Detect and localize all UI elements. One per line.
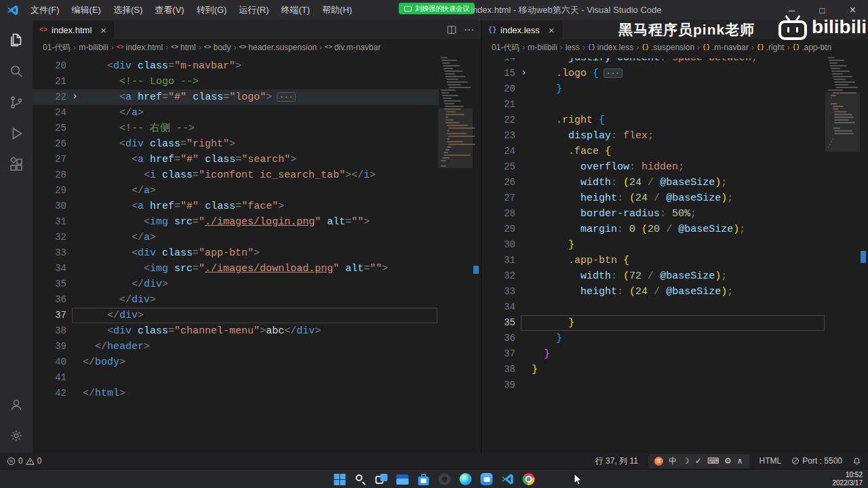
code-line[interactable]: 26 width: (24 / @baseSize);	[481, 175, 826, 190]
code-line[interactable]: 40</body>	[33, 354, 439, 370]
fold-chevron-icon[interactable]: ›	[72, 89, 78, 104]
activity-source-control-icon[interactable]	[0, 87, 33, 118]
code-line[interactable]: 33 height: (24 / @baseSize);	[481, 284, 826, 300]
code-line[interactable]: 25 overflow: hidden;	[481, 159, 826, 175]
menu-item[interactable]: 运行(R)	[233, 0, 275, 20]
code-line[interactable]: 39	[481, 378, 826, 393]
code-line[interactable]: 37 </div>	[33, 308, 439, 323]
ime-keyboard-icon[interactable]: ⌨	[707, 456, 719, 466]
menu-item[interactable]: 查看(V)	[149, 0, 190, 20]
breadcrumb-item[interactable]: m-bilibili	[528, 43, 557, 52]
tab-close-icon[interactable]: ×	[549, 24, 555, 36]
ime-settings-icon[interactable]: ⚙	[724, 456, 732, 466]
tab-close-icon[interactable]: ×	[100, 24, 106, 36]
code-line[interactable]: 23 display: flex;	[481, 128, 826, 144]
menu-item[interactable]: 编辑(E)	[66, 0, 107, 20]
code-line[interactable]: 21 <!-- Logo -->	[33, 74, 439, 89]
taskbar-edge-icon[interactable]	[458, 472, 473, 487]
menu-item[interactable]: 终端(T)	[275, 0, 316, 20]
ime-toolbar[interactable]: S 中 ☽ ✓ ⌨ ⚙ ∧	[648, 454, 749, 468]
code-line[interactable]: 28 <i class="iconfont ic_search_tab"></i…	[33, 167, 439, 183]
code-line[interactable]: 32 width: (72 / @baseSize);	[481, 268, 826, 284]
ime-punctuation-icon[interactable]: ✓	[695, 456, 702, 466]
code-line[interactable]: 39 </header>	[33, 339, 439, 354]
minimap[interactable]	[827, 57, 859, 453]
folded-code-badge[interactable]: ···	[277, 92, 296, 102]
code-line[interactable]: 32 </a>	[33, 230, 439, 245]
code-line[interactable]: 29 margin: 0 (20 / @baseSize);	[481, 222, 826, 237]
breadcrumb-item[interactable]: <>div.m-navbar	[325, 43, 380, 52]
taskbar-task-view-icon[interactable]	[374, 472, 389, 487]
code-line[interactable]: 31 <img src="./images/login.png" alt="">	[33, 214, 439, 230]
minimap[interactable]	[439, 57, 471, 453]
fold-chevron-icon[interactable]: ›	[521, 65, 527, 81]
menu-item[interactable]: 选择(S)	[107, 0, 149, 20]
code-line[interactable]: 30 }	[481, 237, 826, 253]
breadcrumb-item[interactable]: {}.right	[757, 43, 785, 52]
code-line[interactable]: 35 }	[481, 315, 826, 331]
minimap-slider[interactable]	[825, 92, 860, 152]
code-line[interactable]: 21	[481, 97, 826, 113]
activity-explorer-icon[interactable]	[0, 24, 33, 56]
code-line[interactable]: 34	[481, 300, 826, 315]
notifications-bell-icon[interactable]	[852, 457, 861, 466]
cursor-position[interactable]: 行 37, 列 11	[595, 455, 638, 467]
code-line[interactable]: 33 <div class="app-btn">	[33, 245, 439, 261]
menu-item[interactable]: 文件(F)	[24, 0, 66, 20]
ime-collapse-icon[interactable]: ∧	[737, 456, 743, 466]
breadcrumb-item[interactable]: {}.app-btn	[792, 43, 831, 52]
code-line[interactable]: 30 <a href="#" class="face">	[33, 199, 439, 214]
breadcrumb-item[interactable]: <>html	[171, 43, 195, 52]
code-line[interactable]: 36 }	[481, 331, 826, 346]
code-line[interactable]: 31 .app-btn {	[481, 253, 826, 268]
breadcrumb-item[interactable]: 01-代码	[43, 42, 71, 54]
code-line[interactable]: 29 </a>	[33, 183, 439, 199]
code-line[interactable]: 38}	[481, 362, 826, 378]
split-editor-icon[interactable]	[447, 25, 456, 35]
activity-search-icon[interactable]	[0, 56, 33, 87]
code-line[interactable]: 24 .face {	[481, 144, 826, 159]
code-line[interactable]: 27 height: (24 / @baseSize);	[481, 190, 826, 206]
breadcrumb-item[interactable]: {}.m-navbar	[703, 43, 749, 52]
taskbar-file-explorer-icon[interactable]	[395, 472, 410, 487]
breadcrumb-item[interactable]: <>body	[204, 43, 231, 52]
breadcrumb-item[interactable]: less	[566, 43, 580, 52]
code-line[interactable]: 35 </div>	[33, 277, 439, 292]
menu-item[interactable]: 转到(G)	[191, 0, 233, 20]
taskbar-windows-start-icon[interactable]	[332, 472, 347, 487]
tab-index-less[interactable]: {} index.less ×	[481, 20, 562, 39]
taskbar-chat-icon[interactable]	[479, 472, 494, 487]
ime-halfwidth-icon[interactable]: ☽	[682, 456, 690, 466]
taskbar-app-dark-icon[interactable]	[437, 472, 452, 487]
code-line[interactable]: 20 }	[481, 81, 826, 97]
breadcrumb-item[interactable]: {}index.less	[588, 43, 633, 52]
folded-code-badge[interactable]: ···	[604, 68, 623, 78]
breadcrumb-item[interactable]: m-bilibili	[79, 43, 108, 52]
meeting-share-badge[interactable]: 刘姨强的快速会议	[399, 3, 475, 14]
code-line[interactable]: 41	[33, 370, 439, 386]
code-line[interactable]: 27 <a href="#" class="search">	[33, 152, 439, 167]
breadcrumb-item[interactable]: <>header.suspension	[239, 43, 317, 52]
code-line[interactable]: 22 .right {	[481, 113, 826, 128]
code-line[interactable]: 36 </div>	[33, 292, 439, 308]
code-line[interactable]: 15› .logo {···	[481, 66, 826, 81]
menu-item[interactable]: 帮助(H)	[316, 0, 358, 20]
activity-settings-icon[interactable]	[0, 420, 33, 451]
breadcrumb-item[interactable]: 01-代码	[492, 42, 519, 54]
taskbar-store-icon[interactable]	[416, 472, 431, 487]
taskbar-clock[interactable]: 10:52 2022/3/17	[833, 471, 863, 487]
code-line[interactable]: 25 <!-- 右侧 -->	[33, 121, 439, 136]
code-line[interactable]: 20 <div class="m-navbar">	[33, 58, 439, 74]
breadcrumb-item[interactable]: <>index.html	[117, 43, 163, 52]
code-line[interactable]: 22› <a href="#" class="logo">···	[33, 89, 439, 105]
tab-index-html[interactable]: <> index.html ×	[33, 20, 114, 39]
taskbar-chrome-icon[interactable]	[521, 472, 536, 487]
taskbar-search-icon[interactable]	[353, 472, 368, 487]
activity-account-icon[interactable]	[0, 389, 33, 420]
code-line[interactable]: 28 border-radius: 50%;	[481, 206, 826, 222]
editor-right[interactable]: 14 justify-content: space-between;15› .l…	[481, 56, 868, 453]
sogou-ime-icon[interactable]: S	[654, 457, 663, 466]
code-line[interactable]: 34 <img src="./images/download.png" alt=…	[33, 261, 439, 277]
live-server-port[interactable]: Port : 5500	[791, 456, 842, 466]
activity-run-debug-icon[interactable]	[0, 118, 33, 149]
